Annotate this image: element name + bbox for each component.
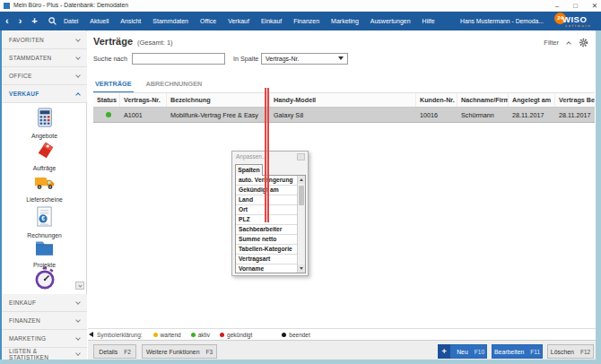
weitere-funktionen-button[interactable]: Weitere FunktionenF3 (142, 344, 217, 359)
chevron-down-icon (75, 335, 81, 341)
menu-item-verkauf[interactable]: Verkauf (228, 18, 249, 24)
menu-item-ansicht[interactable]: Ansicht (120, 18, 141, 24)
chevron-down-icon (75, 37, 81, 42)
cell-angelegt-am: 28.11.2017 (509, 108, 555, 122)
column-select-value: Vertrags-Nr. (266, 56, 299, 62)
plus-icon: + (438, 344, 450, 359)
menu-item-office[interactable]: Office (200, 18, 216, 24)
column-select[interactable]: Vertrags-Nr. (261, 53, 348, 65)
field-item[interactable]: Sachbearbeiter (236, 225, 297, 235)
field-item[interactable]: Vorname (236, 264, 297, 274)
minimize-icon[interactable]: – (555, 2, 559, 10)
menu-item-finanzen[interactable]: Finanzen (293, 18, 319, 24)
field-item[interactable]: Vertragsart (236, 255, 297, 264)
calculator-icon (35, 108, 55, 128)
sidebar-section-marketing[interactable]: MARKETING (2, 330, 87, 348)
back-icon[interactable]: ‹ (5, 12, 9, 30)
column-header-vertrags-beginn[interactable]: Vertrags Beginn (555, 93, 595, 107)
column-header-status[interactable]: Status (93, 93, 120, 107)
cell-handy-modell: Galaxy S8 (270, 108, 416, 122)
column-header-angelegt-am[interactable]: Angelegt am (509, 93, 555, 107)
sidebar-section-finanzen[interactable]: FINANZEN (2, 312, 87, 330)
chevron-up-icon (75, 92, 81, 98)
menu-item-stammdaten[interactable]: Stammdaten (152, 18, 188, 24)
column-drag-indicator (265, 88, 269, 222)
menu-item-marketing[interactable]: Marketing (331, 18, 359, 24)
cell-vertrags-beginn: 28.11.2017 (555, 108, 595, 122)
field-item[interactable]: Summe netto (236, 235, 297, 245)
search-input[interactable] (132, 53, 225, 65)
truck-icon (34, 173, 56, 192)
field-item[interactable]: Tabellen-Kategorie (236, 245, 297, 255)
filter-label[interactable]: Filter (544, 39, 559, 47)
scroll-down-icon[interactable] (298, 264, 305, 273)
column-header-handy-modell[interactable]: Handy-Modell (270, 93, 416, 107)
page-title: Verträge(Gesamt: 1) (93, 36, 173, 47)
sidebar-item-zeiterfassung[interactable] (2, 266, 87, 294)
menu-item-auswertungen[interactable]: Auswertungen (370, 18, 411, 24)
window-border-bottom (0, 360, 601, 364)
sidebar-item-lieferscheine[interactable]: Lieferscheine (2, 173, 87, 203)
sidebar-section-listen-statistiken[interactable]: LISTEN & STATISTIKEN (2, 348, 87, 360)
sidebar: FAVORITEN STAMMDATEN OFFICE VERKAUF Ange… (0, 30, 87, 360)
cell-nachname-firma: Schürmann (457, 108, 509, 122)
sidebar-section-einkauf[interactable]: EINKAUF (2, 294, 87, 312)
column-header-vertrags-nr[interactable]: Vertrags-Nr. (120, 93, 167, 107)
tab-vertraege[interactable]: VERTRÄGE (93, 77, 134, 93)
bearbeiten-button[interactable]: BearbeitenF11 (492, 344, 543, 359)
add-icon[interactable]: + (31, 12, 37, 30)
sidebar-section-favoriten[interactable]: FAVORITEN (2, 31, 87, 49)
maximize-icon[interactable]: □ (573, 2, 578, 10)
neu-button[interactable]: + NeuF10 (438, 344, 487, 359)
user-label[interactable]: Hans Mustermann - Demoda... (460, 18, 544, 24)
forward-icon[interactable]: › (19, 12, 22, 30)
tab-bar: VERTRÄGE ABRECHNUNGEN (93, 77, 204, 93)
sidebar-collapse-button[interactable] (75, 282, 84, 290)
scroll-up-icon[interactable] (298, 176, 305, 184)
in-spalte-label: In Spalte (233, 55, 261, 63)
legend-item-gekuendigt: gekündigt (220, 332, 252, 338)
sidebar-section-office[interactable]: OFFICE (2, 67, 87, 85)
search-icon[interactable] (48, 16, 57, 26)
legend-item-aktiv: aktiv (191, 332, 210, 338)
status-dot-green (191, 333, 196, 337)
column-header-bezeichnung[interactable]: Bezeichnung (167, 93, 270, 107)
chevron-down-icon (75, 317, 81, 323)
search-label: Suche nach (93, 55, 132, 63)
splitter-collapse-icon[interactable] (89, 332, 93, 337)
cell-vertrags-nr: A1001 (120, 108, 167, 122)
column-header-kunden-nr[interactable]: Kunden-Nr. (416, 93, 457, 107)
loeschen-button[interactable]: LöschenF12 (547, 344, 594, 359)
chevron-down-icon (75, 73, 81, 78)
sidebar-item-auftraege[interactable]: Aufträge (2, 141, 87, 171)
svg-text:€: € (41, 215, 45, 221)
menu-item-datei[interactable]: Datei (64, 18, 78, 24)
menu-bar: ‹ › + Datei Aktuell Ansicht Stammdaten O… (0, 12, 601, 30)
status-dot-yellow (153, 333, 158, 337)
details-button[interactable]: DetailsF2 (93, 344, 136, 359)
sidebar-section-stammdaten[interactable]: STAMMDATEN (2, 49, 87, 67)
tab-abrechnungen[interactable]: ABRECHNUNGEN (144, 77, 205, 93)
filter-collapse-icon[interactable] (566, 41, 571, 47)
gear-icon[interactable] (579, 38, 588, 48)
menu-item-einkauf[interactable]: Einkauf (261, 18, 282, 24)
close-icon[interactable]: ✕ (592, 2, 597, 10)
menu-item-hilfe[interactable]: Hilfe (422, 18, 435, 24)
wiso-logo: 24 WISO software (554, 13, 596, 30)
chevron-down-icon (75, 351, 81, 356)
scrollbar-thumb[interactable] (299, 186, 304, 205)
column-header-nachname-firma[interactable]: Nachname/Firma (457, 93, 509, 107)
sidebar-item-angebote[interactable]: Angebote (2, 108, 87, 139)
table-row[interactable]: A1001 Mobilfunk-Vertrag Free & Easy Gala… (93, 108, 595, 123)
close-icon[interactable] (297, 153, 305, 160)
window-title: Mein Büro - Plus - Datenbank: Demodaten (13, 2, 128, 8)
popup-scrollbar[interactable] (297, 176, 305, 273)
sidebar-item-projekte[interactable]: Projekte (2, 239, 87, 268)
popup-tab-spalten[interactable]: Spalten (235, 164, 263, 176)
window-border-right (596, 30, 601, 364)
sidebar-item-rechnungen[interactable]: € Rechnungen (2, 206, 87, 238)
logo-sub: software (565, 23, 591, 28)
sidebar-section-verkauf[interactable]: VERKAUF (2, 85, 87, 103)
menu-item-aktuell[interactable]: Aktuell (90, 18, 109, 24)
record-count: (Gesamt: 1) (137, 39, 173, 47)
